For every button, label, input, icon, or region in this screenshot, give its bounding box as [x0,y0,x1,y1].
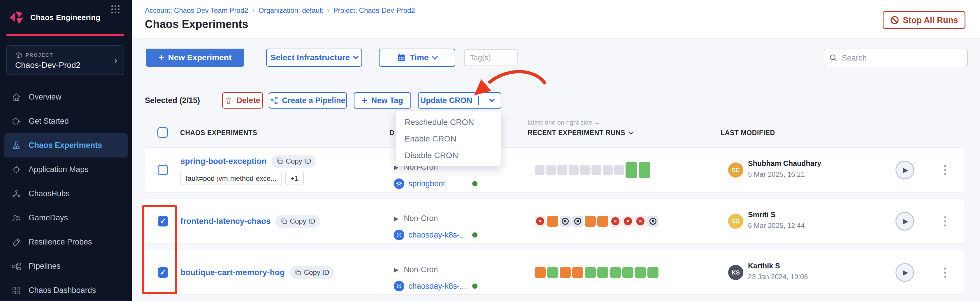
run-none[interactable] [603,165,613,175]
run-failed[interactable]: × [535,216,546,227]
breadcrumb-account-link[interactable]: Account: Chaos Dev Team Prod2 [145,6,248,14]
run-stopped[interactable] [560,216,571,227]
infrastructure-link[interactable]: springboot [408,179,468,189]
run-completed[interactable] [622,267,633,278]
infrastructure-link[interactable]: chaosday-k8s-... [408,282,468,291]
run-none[interactable] [592,165,601,175]
run-completed[interactable] [547,267,558,278]
stop-all-runs-button[interactable]: Stop All Runs [883,11,966,29]
row-checkbox[interactable]: ✓ [158,216,168,227]
run-running[interactable] [585,216,596,227]
run-stopped[interactable] [648,216,659,227]
runs-order-note: latest one on right side → [528,119,600,126]
sidebar-item-resilience-probes[interactable]: Resilience Probes [0,230,132,254]
chevron-down-icon [489,97,494,102]
infrastructure-link[interactable]: chaosday-k8s-... [408,231,468,239]
search-input[interactable] [842,54,963,63]
tags-filter-input[interactable] [464,49,518,66]
sidebar-item-pipelines[interactable]: Pipelines [0,254,132,278]
update-cron-caret[interactable] [483,100,501,101]
chevron-down-icon [629,130,633,135]
menu-item-reschedule-cron[interactable]: Reschedule CRON [396,114,501,130]
run-running[interactable] [547,216,558,227]
sidebar-item-get-started[interactable]: Get Started [0,109,132,133]
run-experiment-button[interactable]: ▶ [896,212,914,231]
run-none[interactable] [580,165,590,175]
copy-id-button[interactable]: Copy ID [290,266,335,279]
breadcrumb-org-link[interactable]: Organization: default [259,6,323,14]
run-completed[interactable] [639,162,650,178]
sidebar-item-gamedays[interactable]: GameDays [0,206,132,230]
dashboards-icon [12,286,21,295]
row-menu-kebab-icon[interactable] [942,264,948,281]
run-failed[interactable]: × [610,216,621,227]
experiment-name-link[interactable]: boutique-cart-memory-hog [180,268,285,277]
time-filter-dropdown[interactable]: Time [379,49,455,67]
stop-icon [890,16,899,25]
run-running[interactable] [597,216,608,227]
tag-chip[interactable]: fault=pod-jvm-method-exce... [180,172,282,185]
run-stopped[interactable] [572,216,583,227]
application-maps-icon [12,165,21,174]
delete-label: Delete [236,96,260,105]
row-menu-kebab-icon[interactable] [942,161,948,179]
create-pipeline-button[interactable]: Create a Pipeline [269,92,347,109]
stop-all-runs-label: Stop All Runs [903,16,958,25]
sidebar-item-chaos-dashboards[interactable]: Chaos Dashboards [0,278,132,301]
run-none[interactable] [546,165,556,175]
tag-chip[interactable]: +1 [285,172,304,185]
run-experiment-button[interactable]: ▶ [896,263,914,282]
run-none[interactable] [569,165,579,175]
run-running[interactable] [535,267,546,278]
run-none[interactable] [614,165,624,175]
search-box [824,49,968,67]
run-failed[interactable]: × [622,216,633,227]
author-name: Shubham Chaudhary [748,159,821,168]
cron-type-row[interactable]: ▶ Non-Cron [394,214,438,223]
experiment-name-link[interactable]: spring-boot-exception [180,157,267,166]
run-completed[interactable] [635,267,646,278]
copy-id-label: Copy ID [286,157,311,165]
copy-id-button[interactable]: Copy ID [271,155,317,168]
copy-id-button[interactable]: Copy ID [275,215,321,228]
sidebar-item-chaos-experiments[interactable]: Chaos Experiments [4,133,128,157]
run-running[interactable] [572,267,583,278]
run-none[interactable] [557,165,567,175]
project-selector[interactable]: PROJECT Chaos-Dev-Prod2 › [6,45,124,75]
row-menu-kebab-icon[interactable] [942,212,948,230]
run-completed[interactable] [625,162,637,178]
delete-button[interactable]: Delete [222,92,263,109]
run-running[interactable] [560,267,571,278]
menu-item-disable-cron[interactable]: Disable CRON [396,147,501,163]
run-experiment-button[interactable]: ▶ [896,161,914,179]
run-completed[interactable] [610,267,621,278]
select-infrastructure-dropdown[interactable]: Select Infrastructure [266,49,362,67]
experiment-name-link[interactable]: frontend-latency-chaos [180,217,271,226]
breadcrumb-project-link[interactable]: Project: Chaos-Dev-Prod2 [334,6,415,14]
sidebar-item-overview[interactable]: Overview [0,85,132,109]
run-none[interactable] [535,165,544,175]
row-checkbox[interactable] [158,165,168,175]
new-experiment-button[interactable]: + New Experiment [146,49,244,67]
run-failed[interactable]: × [635,216,646,227]
app-switcher-grid-icon[interactable] [111,5,120,13]
menu-item-enable-cron[interactable]: Enable CRON [396,130,501,147]
select-all-checkbox[interactable] [158,127,168,138]
run-completed[interactable] [585,267,596,278]
cron-type-row[interactable]: ▶ Non-Cron [394,265,438,274]
sidebar-item-label: Application Maps [29,165,89,174]
column-recent-experiment-runs[interactable]: RECENT EXPERIMENT RUNS [528,129,633,137]
run-completed[interactable] [597,267,608,278]
copy-icon [281,218,287,225]
experiment-row: ✓ boutique-cart-memory-hog Copy ID ▶ Non… [145,250,965,295]
sidebar: Chaos Engineering PROJECT Chaos-Dev-Prod… [0,0,132,301]
new-tag-button[interactable]: + New Tag [354,92,411,109]
new-tag-label: New Tag [371,96,403,105]
run-completed[interactable] [648,267,659,278]
chevron-right-icon: › [114,55,117,65]
sidebar-item-chaoshubs[interactable]: ChaosHubs [0,182,132,206]
row-checkbox[interactable]: ✓ [158,267,168,278]
sidebar-item-application-maps[interactable]: Application Maps [0,157,132,182]
project-name: Chaos-Dev-Prod2 [15,60,80,70]
update-cron-split-button[interactable]: Update CRON [418,92,501,109]
